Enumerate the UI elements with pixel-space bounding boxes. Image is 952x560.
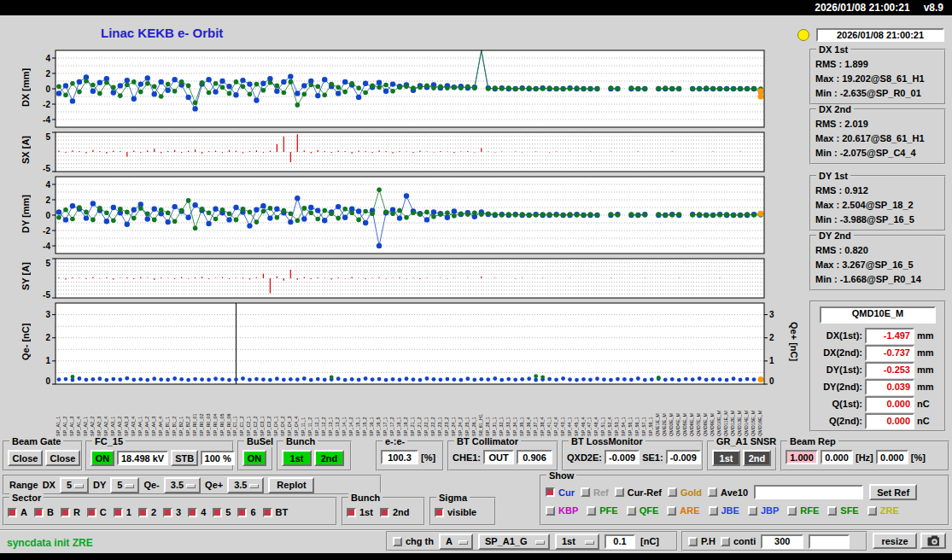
sector-checkbox-1-box[interactable]: [114, 508, 123, 517]
x-tick-label: SP_18_2: [403, 385, 409, 436]
sector-checkbox-5-box[interactable]: [213, 508, 222, 517]
show-checkbox-kbp[interactable]: KBP: [546, 505, 578, 516]
sector-checkbox-bt-box[interactable]: [263, 508, 272, 517]
x-tick-label: SP_21_1: [410, 385, 416, 436]
sector-checkbox-c-box[interactable]: [87, 508, 96, 517]
sector-checkbox-3[interactable]: 3: [163, 507, 181, 517]
conti-checkbox-box[interactable]: [721, 537, 730, 546]
show-checkbox-rfe[interactable]: RFE: [787, 505, 819, 516]
sector-checkbox-a-box[interactable]: [8, 508, 17, 517]
bunch-checkbox-1st[interactable]: 1st: [347, 507, 373, 517]
busel-on-button[interactable]: ON: [242, 450, 266, 466]
range-dy-select[interactable]: 5: [110, 477, 139, 493]
show-checkbox-ave10[interactable]: Ave10: [708, 487, 748, 498]
show-checkbox-zre-box[interactable]: [867, 506, 877, 516]
gr-snsr-1st-button[interactable]: 1st: [712, 450, 740, 466]
replot-button[interactable]: Replot: [268, 477, 314, 493]
bunch-checkbox-1st-box[interactable]: [347, 508, 356, 517]
x-tick-label: SP_B2_1: [178, 385, 184, 436]
show-checkbox-ref-box[interactable]: [581, 487, 590, 497]
show-checkbox-ref[interactable]: Ref: [581, 487, 609, 498]
sector-checkbox-1[interactable]: 1: [114, 507, 131, 517]
bunch-1st-button[interactable]: 1st: [282, 450, 312, 466]
set-ref-input[interactable]: [754, 485, 863, 499]
dx-chart: 420-2-4: [34, 49, 807, 129]
show-checkbox-are-box[interactable]: [667, 506, 676, 516]
show-checkbox-cur-ref[interactable]: Cur-Ref: [615, 487, 662, 498]
ph-checkbox-box[interactable]: [688, 537, 698, 546]
sector-checkbox-5[interactable]: 5: [213, 507, 231, 517]
sigma-checkbox-visible[interactable]: visible: [435, 507, 476, 517]
sector-checkbox-a[interactable]: A: [8, 507, 27, 517]
show-checkbox-cur[interactable]: Cur: [546, 487, 575, 498]
show-checkbox-jbp[interactable]: JBP: [748, 505, 779, 516]
x-tick-label: SP_A1_3: [69, 385, 75, 436]
sector-checkbox-r-box[interactable]: [61, 508, 70, 517]
set-ref-button[interactable]: Set Ref: [869, 484, 917, 500]
svg-text:1: 1: [769, 356, 774, 365]
beam-rep-hz-unit: [Hz]: [856, 452, 873, 463]
sector-checkbox-b[interactable]: B: [34, 507, 54, 517]
svg-text:-2: -2: [43, 226, 50, 236]
ph-checkbox[interactable]: P.H: [688, 536, 715, 546]
section-select[interactable]: A: [439, 534, 473, 550]
fc15-on-button[interactable]: ON: [91, 450, 114, 466]
chg-th-checkbox[interactable]: chg th: [393, 536, 434, 546]
sector-checkbox-b-box[interactable]: [34, 508, 44, 517]
sector-checkbox-6[interactable]: 6: [237, 507, 255, 517]
sigma-checkbox-visible-box[interactable]: [435, 508, 444, 517]
beam-gate-close-button-1[interactable]: Close: [8, 450, 43, 466]
show-checkbox-cur-ref-box[interactable]: [615, 487, 624, 497]
show-checkbox-are[interactable]: ARE: [667, 505, 699, 516]
beam-gate-close-button-2[interactable]: Close: [45, 450, 80, 466]
show-checkbox-qfe-box[interactable]: [627, 506, 636, 516]
show-checkbox-gold[interactable]: Gold: [668, 487, 702, 498]
sector-checkbox-bt[interactable]: BT: [263, 507, 289, 517]
chg-th-checkbox-box[interactable]: [393, 537, 402, 546]
show-checkbox-rfe-box[interactable]: [787, 506, 797, 516]
show-checkbox-zre[interactable]: ZRE: [867, 505, 899, 516]
svg-text:5: 5: [45, 259, 50, 268]
show-checkbox-ave10-box[interactable]: [708, 487, 717, 497]
sector-checkbox-4-box[interactable]: [188, 508, 197, 517]
show-checkbox-pfe-box[interactable]: [587, 506, 596, 516]
sector-checkbox-3-box[interactable]: [163, 508, 172, 517]
show-checkbox-qfe[interactable]: QFE: [627, 505, 659, 516]
sector-checkbox-r[interactable]: R: [61, 507, 80, 517]
show-checkbox-sfe[interactable]: SFE: [827, 505, 858, 516]
sector-checkbox-c[interactable]: C: [87, 507, 107, 517]
show-checkbox-jbe[interactable]: JBE: [709, 505, 739, 516]
show-checkbox-jbe-box[interactable]: [709, 506, 718, 516]
range-qep-select[interactable]: 3.5: [227, 477, 264, 493]
se1-value: -0.009: [666, 450, 701, 464]
sector-checkbox-6-box[interactable]: [237, 508, 247, 517]
conti-checkbox[interactable]: conti: [721, 536, 756, 546]
show-checkbox-sfe-box[interactable]: [827, 506, 837, 516]
x-tick-label: SP_A2_3: [96, 385, 102, 436]
bunch-order-select[interactable]: 1st: [555, 534, 599, 550]
bunch-checkbox-2nd-box[interactable]: [380, 508, 389, 517]
range-qem-select[interactable]: 3.5: [164, 477, 201, 493]
x-tick-label: SP_A1_2: [62, 385, 68, 436]
fc15-stb-button[interactable]: STB: [171, 450, 198, 466]
screenshot-button[interactable]: [920, 533, 946, 549]
resize-button[interactable]: resize: [873, 533, 917, 549]
sector-checkbox-2[interactable]: 2: [138, 507, 156, 517]
show-checkbox-jbp-box[interactable]: [748, 506, 757, 516]
bpm-select[interactable]: SP_A1_G: [478, 534, 550, 550]
range-label: Range: [9, 480, 38, 490]
range-dx-select[interactable]: 5: [60, 477, 89, 493]
show-checkbox-pfe[interactable]: PFE: [587, 505, 617, 516]
x-tick-label: SP_17_1: [383, 385, 388, 436]
show-checkbox-cur-box[interactable]: [546, 487, 555, 497]
sx-chart: 5-5: [34, 131, 807, 173]
sector-checkbox-2-box[interactable]: [138, 508, 148, 517]
dy-axis-label: DY [mm]: [20, 175, 31, 252]
show-checkbox-gold-box[interactable]: [668, 487, 677, 497]
bunch-checkbox-2nd[interactable]: 2nd: [380, 507, 410, 517]
gr-snsr-2nd-button[interactable]: 2nd: [743, 450, 771, 466]
sector-checkbox-4[interactable]: 4: [188, 507, 206, 517]
bunch-group-top: Bunch 1st 2nd: [277, 440, 352, 471]
show-checkbox-kbp-box[interactable]: [546, 506, 555, 516]
bunch-2nd-button[interactable]: 2nd: [314, 450, 344, 466]
